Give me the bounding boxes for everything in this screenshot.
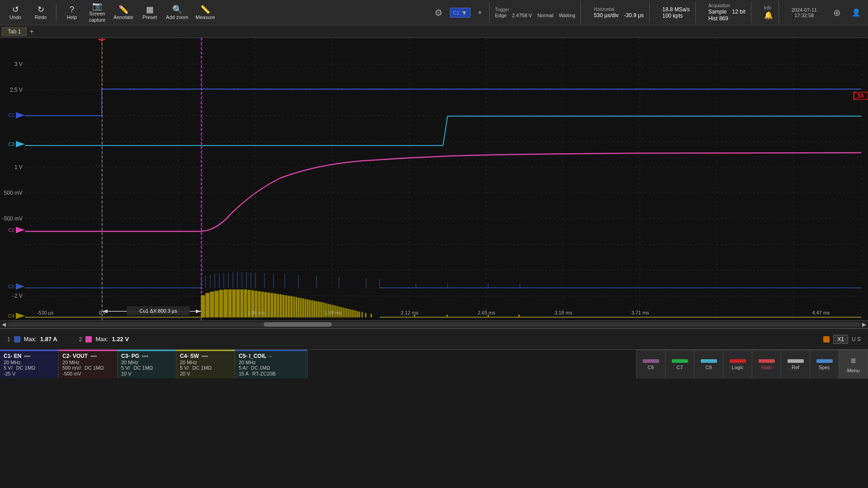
trigger-voltage-block: 2.4758 V [512, 13, 532, 18]
oscilloscope-canvas: 3 V 2.5 V 1 V 500 mV -500 mV -2 V -530 µ… [0, 38, 868, 320]
c8-button[interactable]: C8 [694, 350, 723, 379]
svg-rect-111 [346, 309, 347, 317]
channel-c4-cell[interactable]: C4- SW •••• 20 MHz 5 V/ DC 1MΩ 20 V [176, 350, 235, 378]
math-button[interactable]: Math [752, 350, 781, 379]
acq-hist: Hist 869 [708, 15, 745, 22]
acquisition-section: Acquisition Sample 12 bit Hist 869 [703, 2, 751, 23]
svg-text:TA: TA [857, 93, 864, 99]
measurement-bar: 1 Max: 1.87 A 2 Max: 1.22 V X1 U S [0, 328, 868, 349]
spec-button[interactable]: Spec [810, 350, 839, 379]
datetime-section: 2024-07-11 17:32:58 [786, 7, 822, 18]
svg-rect-78 [274, 294, 276, 317]
svg-rect-95 [316, 301, 317, 317]
acq-type: Sample [708, 9, 727, 15]
c6-color-bar [643, 359, 659, 363]
h-offset: -30.9 µs [624, 12, 644, 19]
screen-capture-button[interactable]: 📷 Screencapture [85, 2, 109, 23]
meas-c2-badge [85, 336, 92, 343]
x1-badge: X1 [833, 335, 848, 344]
svg-text:Cu1 ΔX:800.3 µs: Cu1 ΔX:800.3 µs [139, 308, 177, 314]
ref-button[interactable]: Ref [781, 350, 810, 379]
c2-offset: -500 mV [62, 371, 113, 376]
svg-rect-86 [296, 297, 297, 317]
add-tab-button[interactable]: + [27, 28, 36, 36]
channel-c3-cell[interactable]: C3- PG •••• 20 MHz 5 V/ DC 1MΩ 10 V [118, 350, 176, 378]
tab-1[interactable]: Tab 1 [2, 27, 27, 36]
logic-button[interactable]: Logic [723, 350, 752, 379]
pen-icon: ✏️ [118, 5, 128, 14]
measurement-right: X1 U S [823, 335, 861, 344]
svg-rect-90 [305, 299, 306, 317]
svg-rect-80 [280, 295, 282, 317]
c3-scale: 5 V/ [121, 365, 130, 371]
svg-text:1.06 ms: 1.06 ms [247, 310, 265, 315]
c3-offset: 10 V [121, 371, 172, 376]
c4-offset: 20 V [180, 371, 231, 376]
menu-icon: ≡ [851, 356, 856, 366]
ref-color-bar [788, 359, 804, 363]
svg-text:C2: C2 [8, 227, 14, 233]
svg-rect-84 [291, 296, 292, 317]
svg-rect-91 [307, 300, 308, 317]
zoom-icon: 🔍 [172, 5, 182, 14]
c3-coupling: DC 1MΩ [134, 365, 153, 371]
channel-c2-cell[interactable]: C2- VOUT •••• 20 MHz 500 mV/ DC 1MΩ -500… [59, 350, 118, 378]
scroll-right-button[interactable]: ▶ [862, 321, 866, 328]
annotate-button[interactable]: ✏️ Annotate [111, 2, 136, 23]
svg-text:3.71 ms: 3.71 ms [631, 310, 649, 315]
channel-c1-cell[interactable]: C1- EN •••• 20 MHz 5 V/ DC 1MΩ -25 V [0, 350, 59, 378]
svg-rect-60 [206, 293, 209, 317]
c4-scale: 5 V/ [180, 365, 189, 371]
channel-c5-cell[interactable]: C5- I_COIL – 20 MHz 5 A/ DC 1MΩ 15 A RT-… [235, 350, 307, 378]
svg-rect-115 [354, 310, 354, 317]
svg-rect-85 [293, 297, 295, 317]
help-button[interactable]: ? Help [60, 2, 84, 23]
measure-button[interactable]: 📏 Measure [193, 2, 218, 23]
svg-rect-112 [348, 309, 349, 317]
trigger-cursor-icon: ⌖ [478, 9, 482, 17]
settings-icon[interactable]: ⚙ [434, 7, 443, 18]
svg-rect-120 [365, 313, 366, 317]
info-block: Info 🔔 [764, 5, 773, 19]
logic-color-bar [730, 359, 746, 363]
svg-rect-83 [288, 296, 290, 317]
svg-rect-116 [355, 311, 356, 317]
c7-button[interactable]: C7 [665, 350, 694, 379]
c1-offset: -25 V [4, 371, 55, 376]
svg-text:1 V: 1 V [14, 164, 23, 170]
trigger-mode-block: Normal [538, 13, 553, 18]
dropdown-arrow-icon: ▼ [461, 9, 467, 16]
c1-trigger-badge[interactable]: C1 ▼ [450, 8, 471, 18]
wifi-icon[interactable]: ⊕ [830, 7, 844, 18]
svg-rect-94 [314, 301, 315, 317]
svg-text:-500 mV: -500 mV [2, 216, 23, 222]
measurement-item-1: 1 Max: 1.87 A [7, 336, 57, 343]
user-icon[interactable]: 👤 [852, 8, 861, 17]
h-time-div: 530 µs/div [594, 12, 618, 19]
svg-rect-96 [318, 302, 320, 317]
add-zoom-button[interactable]: 🔍 Add zoom [163, 2, 191, 23]
redo-button[interactable]: ↻ Redo [29, 2, 52, 23]
svg-text:1.59 ms: 1.59 ms [324, 310, 342, 315]
c3-name: C3- PG •••• [121, 353, 172, 359]
svg-rect-61 [210, 292, 214, 317]
svg-text:4.47 ms: 4.47 ms [812, 310, 830, 315]
scroll-left-button[interactable]: ◀ [2, 321, 6, 328]
menu-button[interactable]: ≡ Menu [839, 350, 868, 379]
preset-button[interactable]: ▦ Preset [138, 2, 161, 23]
svg-text:-530 µs: -530 µs [37, 310, 54, 315]
svg-text:500 mV: 500 mV [4, 190, 23, 196]
c2-scale: 500 mV/ [62, 365, 81, 371]
undo-button[interactable]: ↺ Undo [4, 2, 27, 23]
ch-bar-spacer [307, 350, 636, 378]
c6-button[interactable]: C6 [637, 350, 665, 379]
svg-rect-118 [359, 312, 360, 317]
svg-rect-81 [283, 295, 284, 317]
toolbar-right: ⚙ C1 ▼ ⌖ Trigger Edge 2.4758 V Normal [434, 2, 864, 23]
svg-rect-117 [357, 311, 358, 317]
scrollbar-area: ◀ ▶ [0, 320, 868, 328]
svg-rect-88 [300, 298, 302, 317]
c5-coupling: DC 1MΩ [251, 365, 270, 371]
math-color-bar [759, 359, 775, 363]
scrollbar-thumb[interactable] [264, 322, 332, 327]
